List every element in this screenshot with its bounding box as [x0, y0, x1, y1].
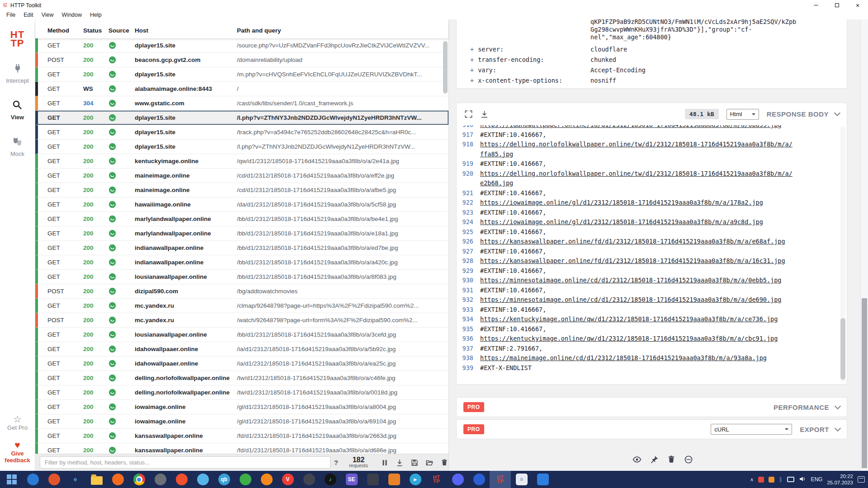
- body-format-select[interactable]: Html: [726, 109, 759, 120]
- view-request-button[interactable]: [632, 455, 642, 465]
- table-row[interactable]: GET200dplayer15.site/m.php?v=cHVQSnhEeFV…: [35, 67, 448, 82]
- taskbar-app-file-explorer[interactable]: [86, 471, 107, 488]
- column-source[interactable]: Source: [108, 27, 135, 34]
- code-line[interactable]: 932https://minnesotaimage.online/cd/d1/2…: [457, 295, 847, 305]
- taskbar-app-internet-explorer[interactable]: e: [65, 471, 86, 488]
- tray-app-red-icon[interactable]: [758, 477, 764, 483]
- code-line[interactable]: 916https://idahowallpaper.online/ia/d1/2…: [457, 125, 847, 130]
- table-row[interactable]: POST200mc.yandex.ru/watch/92648798?page-…: [35, 313, 448, 328]
- taskbar-app-gray[interactable]: [150, 471, 171, 488]
- menu-item-window[interactable]: Window: [58, 12, 86, 18]
- table-row[interactable]: GET200maineimage.online/cd/d1/2312/18501…: [35, 183, 448, 197]
- menu-item-view[interactable]: View: [38, 12, 58, 18]
- import-har-button[interactable]: [425, 458, 434, 467]
- sidebar-item-mock[interactable]: Mock: [10, 136, 24, 157]
- code-line[interactable]: 929#EXTINF:10.416667,: [457, 266, 847, 276]
- code-line[interactable]: 922https://iowaimage.online/gl/d1/2312/1…: [457, 198, 847, 208]
- code-line[interactable]: 924https://iowaimage.online/gl/d1/2312/1…: [457, 217, 847, 227]
- start-button[interactable]: [1, 471, 22, 488]
- column-method[interactable]: Method: [47, 27, 83, 34]
- expand-header-icon[interactable]: +: [470, 66, 474, 74]
- code-line[interactable]: 933#EXTINF:10.416667,: [457, 305, 847, 315]
- give-feedback-button[interactable]: ♥ Give feedback: [2, 440, 33, 464]
- performance-card[interactable]: PRO PERFORMANCE: [456, 397, 847, 417]
- clear-requests-button[interactable]: [440, 458, 448, 467]
- taskbar-app-orange-2[interactable]: [256, 471, 277, 488]
- language-indicator[interactable]: ENG: [811, 476, 822, 483]
- filter-input[interactable]: [40, 456, 330, 469]
- table-row[interactable]: GET200lousianawallpaper.online/bb/d1/231…: [35, 328, 448, 342]
- scroll-to-bottom-button[interactable]: [396, 458, 404, 467]
- table-row[interactable]: GET200kentuckyimage.online/qw/d1/2312/18…: [35, 154, 448, 169]
- code-line[interactable]: e2b68.jpg: [457, 178, 847, 188]
- taskbar-app-firefox[interactable]: [107, 471, 128, 488]
- table-row[interactable]: GET200dplayer15.site/l.php?v=ZThNY3Jnb2N…: [35, 111, 448, 125]
- code-line[interactable]: 934https://kentuckyimage.online/qw/d1/23…: [457, 314, 847, 324]
- close-button[interactable]: ×: [847, 0, 868, 10]
- taskbar-app-chrome[interactable]: [128, 471, 150, 488]
- table-row[interactable]: GET200kansaswallpaper.online/fd/d1/2312/…: [35, 429, 448, 443]
- header-row[interactable]: +transfer-encoding:chunked: [470, 55, 840, 65]
- table-row[interactable]: GET200iowaimage.online/gl/d1/2312/185018…: [35, 400, 448, 414]
- get-pro-button[interactable]: ☆ Get Pro: [2, 414, 33, 431]
- table-row[interactable]: POST200beacons.gcp.gvt2.com/domainreliab…: [35, 53, 448, 67]
- code-line[interactable]: 939#EXT-X-ENDLIST: [457, 363, 847, 373]
- table-row[interactable]: GET200dplayer15.site/l.php?v=ZThNY3Jnb2N…: [35, 140, 448, 154]
- table-row[interactable]: POST200dizipal590.com/bg/addtowatchmovie…: [35, 284, 448, 299]
- pin-request-button[interactable]: [649, 455, 659, 465]
- request-list-scrollbar[interactable]: [443, 41, 448, 451]
- tray-app-orange-icon[interactable]: [769, 477, 774, 483]
- column-path[interactable]: Path and query: [237, 27, 448, 34]
- expand-body-button[interactable]: [464, 110, 473, 119]
- help-icon[interactable]: ?: [334, 459, 338, 466]
- save-har-button[interactable]: [410, 458, 419, 467]
- table-row[interactable]: GET200idahowallpaaer.online/ia/d1/2312/1…: [35, 357, 448, 371]
- taskbar-app-discord[interactable]: [447, 471, 468, 488]
- table-row[interactable]: GET200mc.yandex.ru/clmap/92648798?page-u…: [35, 299, 448, 313]
- table-row[interactable]: GET200idahowallpaaer.online/ia/d1/2312/1…: [35, 342, 448, 357]
- taskbar-app-vivaldi[interactable]: V: [277, 471, 298, 488]
- expand-header-icon[interactable]: +: [470, 46, 474, 53]
- table-row[interactable]: GET200indianawallpaper.online/bb/d1/2312…: [35, 241, 448, 255]
- taskbar-app-se[interactable]: SE: [341, 471, 362, 488]
- clock[interactable]: 20:22 25.07.2023: [827, 473, 853, 486]
- maximize-button[interactable]: [826, 0, 847, 10]
- table-row[interactable]: GET200delling.norlofolkwallpaper.online/…: [35, 385, 448, 400]
- taskbar-app-qbittorrent[interactable]: qb: [213, 471, 235, 488]
- taskbar-app-httptoolkit-pinned[interactable]: HTTP: [426, 471, 447, 488]
- taskbar-app-httptoolkit[interactable]: HTTP: [490, 471, 511, 488]
- delete-request-button[interactable]: [666, 455, 676, 465]
- volume-icon[interactable]: [799, 475, 806, 484]
- pause-button[interactable]: [381, 458, 389, 467]
- table-row[interactable]: GET200kansaswallpaper.online/fd/d1/2312/…: [35, 443, 448, 454]
- expand-header-icon[interactable]: +: [470, 56, 474, 63]
- code-line[interactable]: 936https://kentuckyimage.online/qw/d1/23…: [457, 334, 847, 344]
- menu-item-edit[interactable]: Edit: [19, 12, 38, 18]
- table-row[interactable]: GET304www.gstatic.com/cast/sdk/libs/send…: [35, 96, 448, 111]
- taskbar-app-lightblue[interactable]: [192, 471, 213, 488]
- download-body-button[interactable]: [480, 110, 489, 119]
- menu-item-file[interactable]: File: [2, 12, 19, 18]
- export-card[interactable]: PRO cURL EXPORT: [456, 419, 847, 439]
- performance-chevron-icon[interactable]: [835, 403, 841, 409]
- scrollbar-thumb[interactable]: [862, 298, 867, 468]
- more-options-button[interactable]: [684, 455, 693, 465]
- taskbar-app-blue[interactable]: [468, 471, 490, 488]
- scrollbar-thumb[interactable]: [840, 318, 845, 380]
- code-line[interactable]: 938https://maineimage.online/cd/d1/2312/…: [457, 353, 847, 363]
- taskbar-app-orange[interactable]: [43, 471, 65, 488]
- table-row[interactable]: GET200iowaimage.online/gl/d1/2312/185018…: [35, 414, 448, 429]
- table-row[interactable]: GET200hawaiiimage.online/da/d1/2312/1850…: [35, 197, 448, 212]
- taskbar-app-edge-sphere[interactable]: [22, 471, 43, 488]
- sidebar-item-view[interactable]: View: [11, 99, 24, 121]
- taskbar-app-dark-square[interactable]: [362, 471, 383, 488]
- expand-header-icon[interactable]: +: [470, 77, 474, 84]
- table-row[interactable]: GET200delling.norlofolkwallpaper.online/…: [35, 371, 448, 385]
- action-center-icon[interactable]: [858, 476, 865, 483]
- menu-item-help[interactable]: Help: [86, 12, 106, 18]
- code-line[interactable]: 935#EXTINF:10.416667,: [457, 324, 847, 334]
- panel-scrollbar[interactable]: [860, 19, 868, 471]
- taskbar-app-brave[interactable]: [171, 471, 192, 488]
- code-line[interactable]: 925#EXTINF:10.416667,: [457, 227, 847, 237]
- code-line[interactable]: 919#EXTINF:10.416667,: [457, 159, 847, 169]
